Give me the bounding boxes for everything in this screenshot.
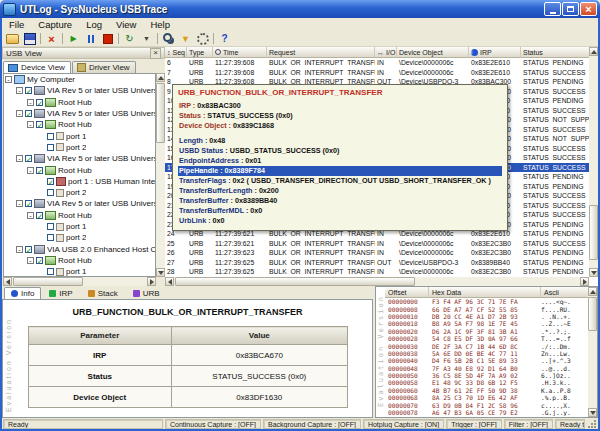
param-row-status[interactable]: StatusSTATUS_SUCCESS (0x0) <box>28 366 347 387</box>
tree-item-via-rev-5-or-later-usb-universal-host-c[interactable]: -VIA Rev 5 or later USB Universal Host C <box>4 108 155 119</box>
start-capture-button[interactable] <box>65 32 82 46</box>
hex-row-00000048[interactable]: 000000487F A3 40 E8 92 D1 64 B0..@...d. <box>385 365 588 372</box>
hex-column-ascii[interactable]: Ascii <box>541 287 588 298</box>
hex-row-00000030[interactable]: 00000030DE 2F 3A C7 1B 44 6D 8C./:..Dm. <box>385 342 588 349</box>
stop-capture-button[interactable] <box>99 32 116 46</box>
tab-driver-view[interactable]: Driver View <box>72 61 136 73</box>
scroll-left-button[interactable] <box>3 277 12 286</box>
minimize-button[interactable] <box>544 2 561 16</box>
log-row-7[interactable]: 7URB11:27:39:608BULK_OR_INTERRUPT_TRANSF… <box>165 68 589 78</box>
log-row-6[interactable]: 6URB11:27:39:608BULK_OR_INTERRUPT_TRANSF… <box>165 58 589 68</box>
tree-item-root-hub[interactable]: -Root Hub <box>4 210 155 221</box>
scroll-thumb[interactable] <box>175 277 415 286</box>
menu-item-view[interactable]: View <box>109 19 143 30</box>
tab-device-view[interactable]: Device View <box>3 61 71 73</box>
param-row-irp[interactable]: IRP0x83BCA670 <box>28 345 347 366</box>
hex-row-00000020[interactable]: 00000020D6 2A 1C 9F 3F 81 3B A1.*..?.;. <box>385 328 588 335</box>
expand-toggle-icon[interactable]: - <box>16 200 23 207</box>
tab-info[interactable]: Info <box>4 287 41 299</box>
expand-toggle-icon[interactable]: - <box>27 212 34 219</box>
tree-checkbox[interactable] <box>47 234 54 241</box>
hex-row-00000028[interactable]: 0000002854 C8 E5 DF 3D 0A 97 66T...=..f <box>385 335 588 342</box>
scroll-thumb[interactable] <box>589 205 598 260</box>
panel-close-icon[interactable] <box>150 48 161 59</box>
pause-capture-button[interactable] <box>82 32 99 46</box>
menu-item-capture[interactable]: Capture <box>31 19 79 30</box>
tree-checkbox[interactable] <box>47 178 54 185</box>
tree-checkbox[interactable] <box>47 133 54 140</box>
tree-checkbox[interactable] <box>25 110 32 117</box>
tree-item-root-hub[interactable]: -Root Hub <box>4 255 155 266</box>
hex-row-00000018[interactable]: 00000018B8 A9 5A F7 98 1E 7E 45..Z...~E <box>385 320 588 327</box>
tree-item-root-hub[interactable]: -Root Hub <box>4 97 155 108</box>
log-row-26[interactable]: 26URB11:27:39:623BULK_OR_INTERRUPT_TRANS… <box>165 248 589 258</box>
hex-row-00000008[interactable]: 0000000866 DE A7 A7 CF 52 55 85f....RU. <box>385 305 588 312</box>
hex-row-00000058[interactable]: 00000058E1 48 9C 33 D8 6B 12 F5.H.3.k.. <box>385 379 588 386</box>
tree-checkbox[interactable] <box>47 268 54 275</box>
scroll-thumb[interactable] <box>588 297 597 331</box>
log-row-28[interactable]: 28URB11:27:39:625BULK_OR_INTERRUPT_TRANS… <box>165 267 589 277</box>
tree-item-root-hub[interactable]: -Root Hub <box>4 119 155 130</box>
tree-vertical-scrollbar[interactable] <box>156 73 165 277</box>
hex-column-hex-data[interactable]: Hex Data <box>429 287 541 298</box>
tree-checkbox[interactable] <box>25 246 32 253</box>
clear-log-button[interactable] <box>43 32 60 46</box>
tab-stack[interactable]: Stack <box>81 287 125 299</box>
help-button[interactable] <box>216 32 233 46</box>
tree-item-root-hub[interactable]: -Root Hub <box>4 164 155 175</box>
scroll-right-button[interactable] <box>580 277 589 286</box>
hex-vertical-scrollbar[interactable] <box>588 287 597 417</box>
tree-item-my-computer[interactable]: -My Computer <box>4 74 155 85</box>
log-row-25[interactable]: 25URB11:27:39:621BULK_OR_INTERRUPT_TRANS… <box>165 239 589 249</box>
tree-checkbox[interactable] <box>25 200 32 207</box>
expand-toggle-icon[interactable]: - <box>27 257 34 264</box>
tree-item-port-1[interactable]: port 1 <box>4 130 155 141</box>
tree-checkbox[interactable] <box>36 212 43 219</box>
expand-toggle-icon[interactable]: - <box>16 246 23 253</box>
tree-item-port-1-usb-human-interface-d[interactable]: port 1 : USB Human Interface D <box>4 176 155 187</box>
hex-row-00000070[interactable]: 0000007063 D9 0B 84 F1 2C 58 96c....,X. <box>385 401 588 408</box>
close-button[interactable] <box>580 2 597 16</box>
scroll-thumb[interactable] <box>156 83 165 143</box>
menu-item-file[interactable]: File <box>2 19 31 30</box>
menu-item-log[interactable]: Log <box>79 19 109 30</box>
column-header-status[interactable]: Status <box>521 47 589 58</box>
column-header-seq[interactable]: Seq <box>165 47 187 58</box>
tree-item-via-rev-5-or-later-usb-universal-host-c[interactable]: -VIA Rev 5 or later USB Universal Host C <box>4 153 155 164</box>
log-row-27[interactable]: 27URB11:27:39:625BULK_OR_INTERRUPT_TRANS… <box>165 258 589 268</box>
expand-toggle-icon[interactable]: - <box>16 155 23 162</box>
tab-irp[interactable]: IRP <box>42 287 79 299</box>
tree-item-port-1[interactable]: port 1 <box>4 221 155 232</box>
hex-row-00000068[interactable]: 000000688A 25 C3 70 1D E6 42 AF.%.p..B. <box>385 394 588 401</box>
param-row-device-object[interactable]: Device Object0x83DF1630 <box>28 387 347 408</box>
tree-checkbox[interactable] <box>36 99 43 106</box>
scroll-down-button[interactable] <box>588 408 597 417</box>
column-header-type[interactable]: Type <box>187 47 213 58</box>
column-header-time[interactable]: Time <box>213 47 267 58</box>
expand-toggle-icon[interactable]: - <box>27 167 34 174</box>
find-button[interactable] <box>160 32 177 46</box>
hex-row-00000010[interactable]: 00000010DB 20 CC 4E A1 D7 2B 93. .N..+. <box>385 313 588 320</box>
restart-capture-button[interactable] <box>121 32 138 46</box>
open-log-button[interactable] <box>4 32 21 46</box>
column-header-irp[interactable]: IRP <box>469 47 521 58</box>
expand-toggle-icon[interactable]: - <box>27 121 34 128</box>
expand-toggle-icon[interactable]: - <box>16 110 23 117</box>
hex-row-00000038[interactable]: 000000385A 6E DD 0E BE 4C 77 11Zn...Lw. <box>385 350 588 357</box>
tree-checkbox[interactable] <box>36 121 43 128</box>
column-header-i-o[interactable]: I/O <box>375 47 397 58</box>
scroll-right-button[interactable] <box>147 277 156 286</box>
tree-item-port-2[interactable]: port 2 <box>4 142 155 153</box>
scroll-down-button[interactable] <box>589 268 598 277</box>
scroll-up-button[interactable] <box>589 47 598 56</box>
tree-checkbox[interactable] <box>25 155 32 162</box>
tree-checkbox[interactable] <box>36 167 43 174</box>
maximize-button[interactable] <box>562 2 579 16</box>
filter-button[interactable] <box>177 32 194 46</box>
tree-horizontal-scrollbar[interactable] <box>3 277 156 286</box>
tree-item-via-rev-5-or-later-usb-universal-host-c[interactable]: -VIA Rev 5 or later USB Universal Host C <box>4 198 155 209</box>
resize-grip[interactable] <box>587 419 597 429</box>
scroll-thumb[interactable] <box>13 277 83 286</box>
tree-item-port-1[interactable]: port 1 <box>4 266 155 277</box>
menu-item-help[interactable]: Help <box>143 19 177 30</box>
